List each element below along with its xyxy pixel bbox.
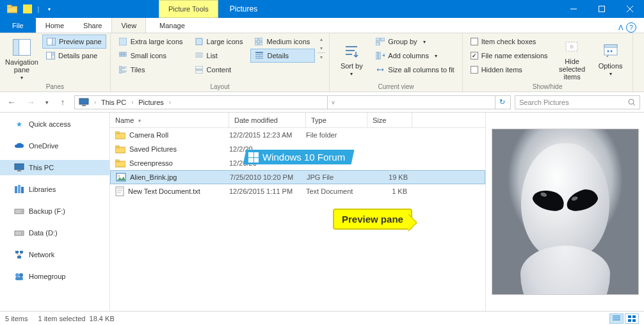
layout-list[interactable]: List [191, 49, 248, 63]
tiles-icon [118, 65, 127, 74]
chevron-down-icon: ▾ [350, 71, 353, 77]
svg-rect-79 [115, 132, 119, 134]
ribbon-collapse-button[interactable]: ᐱ ? [618, 22, 644, 33]
svg-rect-41 [195, 70, 203, 74]
checkbox-icon [471, 66, 478, 74]
svg-rect-1 [7, 5, 12, 8]
forward-button[interactable]: → [23, 95, 38, 110]
svg-rect-21 [119, 52, 121, 54]
chevron-right-icon[interactable]: › [169, 99, 171, 106]
homegroup-icon [14, 271, 24, 281]
svg-point-75 [15, 273, 19, 277]
maximize-button[interactable] [588, 0, 616, 18]
nav-quick-access[interactable]: ★Quick access [0, 116, 109, 132]
layout-content[interactable]: Content [191, 63, 248, 77]
tab-share[interactable]: Share [74, 17, 111, 33]
group-label-layout: Layout [115, 83, 326, 91]
svg-rect-24 [119, 54, 121, 56]
layout-scroll-down[interactable]: ▾ [318, 44, 325, 52]
preview-pane [485, 113, 644, 311]
hide-selected-button[interactable]: Hide selected items [554, 35, 590, 81]
file-extensions-toggle[interactable]: File name extensions [467, 49, 552, 63]
column-size[interactable]: Size [367, 113, 412, 127]
watermark-overlay: Windows 10 Forum [243, 150, 355, 164]
breadcrumb-thispc[interactable]: This PC [99, 96, 129, 109]
up-button[interactable]: ↑ [55, 95, 70, 110]
layout-large-icons[interactable]: Large icons [191, 35, 248, 49]
item-checkboxes-toggle[interactable]: Item check boxes [467, 35, 552, 49]
svg-rect-37 [119, 70, 122, 73]
pc-icon[interactable] [76, 96, 92, 109]
file-row[interactable]: New Text Document.txt 12/26/2015 1:11 PM… [110, 184, 485, 198]
content-area: ★Quick access OneDrive This PC Libraries… [0, 113, 644, 311]
qat-dropdown[interactable]: ▾ [42, 2, 56, 16]
address-dropdown[interactable]: v [327, 96, 339, 109]
nav-network[interactable]: Network [0, 247, 109, 262]
layout-details[interactable]: Details [250, 49, 315, 63]
back-button[interactable]: ← [4, 95, 19, 110]
options-button[interactable]: Options ▾ [593, 35, 629, 81]
preview-pane-button[interactable]: Preview pane [42, 35, 106, 49]
nav-backup-drive[interactable]: Backup (F:) [0, 203, 109, 219]
svg-rect-54 [604, 45, 617, 47]
chevron-right-icon[interactable]: › [94, 99, 96, 106]
tab-file[interactable]: File [0, 17, 36, 33]
folder-icon [115, 159, 125, 168]
sort-by-button[interactable]: Sort by ▾ [334, 35, 369, 81]
recent-dropdown[interactable]: ▾ [42, 95, 51, 110]
chevron-right-icon[interactable]: › [131, 99, 133, 106]
layout-extra-large-icons[interactable]: Extra large icons [115, 35, 188, 49]
search-icon [628, 99, 636, 106]
search-box[interactable]: Search Pictures [515, 95, 640, 109]
drive-icon [14, 206, 24, 216]
svg-rect-23 [124, 52, 126, 54]
details-pane-button[interactable]: Details pane [42, 49, 106, 63]
svg-rect-40 [195, 66, 203, 69]
column-date[interactable]: Date modified [229, 113, 306, 127]
nav-data-drive[interactable]: Data (D:) [0, 225, 109, 241]
add-columns-button[interactable]: +Add columns▾ [372, 49, 458, 63]
window-title: Pictures [218, 4, 257, 13]
group-by-icon [376, 37, 385, 46]
svg-rect-93 [628, 315, 631, 318]
nav-homegroup[interactable]: Homegroup [0, 269, 109, 284]
layout-small-icons[interactable]: Small icons [115, 49, 188, 63]
column-type[interactable]: Type [306, 113, 367, 127]
ribbon-tabs: File Home Share View Manage ᐱ ? [0, 18, 644, 33]
help-icon[interactable]: ? [626, 22, 636, 33]
layout-medium-icons[interactable]: Medium icons [250, 35, 315, 49]
chevron-up-icon: ᐱ [618, 24, 624, 32]
checkbox-checked-icon [471, 52, 478, 59]
layout-scroll-up[interactable]: ▴ [318, 35, 325, 44]
navigation-pane-button[interactable]: Navigation pane ▾ [4, 35, 40, 81]
layout-tiles[interactable]: Tiles [115, 63, 188, 77]
qat-separator: | [36, 2, 41, 16]
close-button[interactable] [616, 0, 644, 18]
address-bar[interactable]: › This PC › Pictures › v ↻ [74, 95, 511, 109]
details-view-toggle[interactable] [609, 313, 624, 324]
nav-onedrive[interactable]: OneDrive [0, 138, 109, 154]
hidden-items-toggle[interactable]: Hidden items [467, 63, 552, 77]
tab-view[interactable]: View [111, 17, 146, 33]
refresh-button[interactable]: ↻ [495, 96, 509, 109]
column-name[interactable]: Name▴ [110, 113, 229, 127]
file-row-selected[interactable]: Alien_Brink.jpg 7/25/2010 10:20 PM JPG F… [110, 170, 485, 184]
thumbnails-view-toggle[interactable] [625, 313, 639, 324]
nav-this-pc[interactable]: This PC [0, 160, 109, 175]
details-icon [255, 51, 264, 60]
nav-libraries[interactable]: Libraries [0, 182, 109, 197]
size-columns-button[interactable]: Size all columns to fit [372, 63, 458, 77]
layout-gallery-expand[interactable]: ▾ [318, 52, 325, 61]
svg-rect-17 [255, 38, 258, 41]
file-row[interactable]: Camera Roll 12/2/2015 12:23 AM File fold… [110, 128, 485, 142]
tab-home[interactable]: Home [36, 17, 74, 33]
svg-rect-15 [119, 38, 127, 45]
tab-manage[interactable]: Manage [150, 17, 195, 33]
breadcrumb-pictures[interactable]: Pictures [136, 96, 166, 109]
group-by-button[interactable]: Group by▾ [372, 35, 458, 49]
svg-text:+: + [382, 52, 385, 59]
svg-rect-49 [378, 52, 380, 59]
minimize-button[interactable] [559, 0, 588, 18]
svg-rect-19 [255, 42, 258, 45]
group-label-current-view: Current view [334, 83, 458, 91]
